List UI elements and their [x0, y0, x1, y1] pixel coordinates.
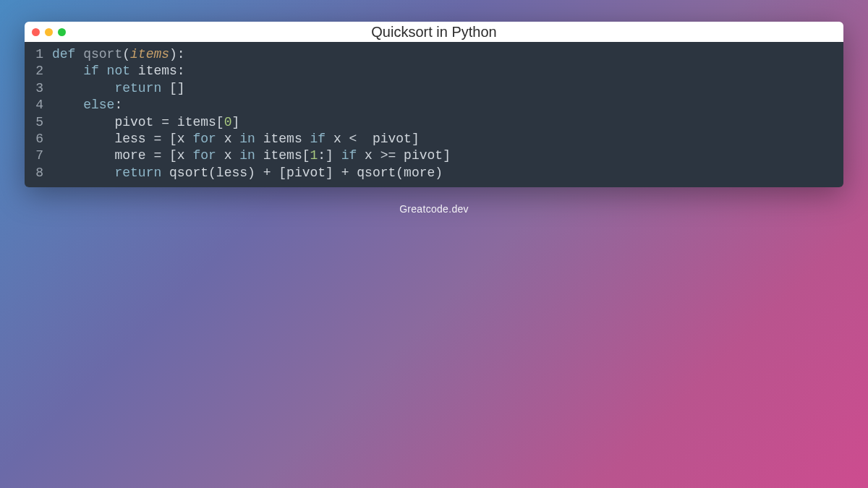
code-token: 1 [310, 148, 318, 163]
code-token: :] [318, 148, 341, 163]
code-token: for [192, 132, 224, 146]
line-number: 7 [25, 147, 52, 164]
code-token: if [310, 132, 333, 146]
code-token: return [114, 81, 169, 95]
line-number: 8 [25, 165, 52, 181]
code-token: 0 [224, 115, 232, 129]
zoom-icon[interactable] [58, 28, 66, 36]
code-token: qsort(less) + [pivot] + qsort(more) [169, 166, 443, 180]
code-token [52, 64, 83, 78]
code-content[interactable]: return [] [52, 80, 843, 97]
code-token: def [52, 47, 83, 61]
code-token: ] [231, 115, 239, 129]
line-number: 2 [25, 63, 52, 80]
line-number: 6 [25, 131, 52, 147]
minimize-icon[interactable] [45, 28, 53, 36]
code-window: Quicksort in Python 1def qsort(items):2 … [25, 22, 843, 187]
watermark-text: Greatcode.dev [399, 203, 469, 215]
code-token: pivot = items[ [52, 115, 224, 129]
code-token: more = [x [52, 148, 192, 163]
code-token: items [263, 132, 310, 146]
code-token: else [83, 98, 114, 112]
code-line[interactable]: 3 return [] [25, 80, 843, 97]
code-token: x < pivot] [333, 132, 420, 146]
code-content[interactable]: def qsort(items): [52, 46, 843, 63]
code-token: if [341, 148, 365, 163]
code-line[interactable]: 8 return qsort(less) + [pivot] + qsort(m… [25, 165, 843, 181]
close-icon[interactable] [32, 28, 40, 36]
code-token: ( [122, 47, 130, 61]
code-token [52, 98, 83, 112]
line-number: 1 [25, 46, 52, 63]
code-line[interactable]: 5 pivot = items[0] [25, 114, 843, 131]
line-number: 5 [25, 114, 52, 131]
code-line[interactable]: 1def qsort(items): [25, 46, 843, 63]
code-content[interactable]: else: [52, 97, 843, 114]
code-token: x [224, 132, 240, 146]
code-token: in [239, 148, 263, 163]
code-token: return [114, 166, 169, 180]
code-token: x >= pivot] [365, 148, 451, 163]
code-token: : [114, 98, 122, 112]
window-title: Quicksort in Python [25, 24, 843, 40]
code-token: for [192, 148, 224, 163]
traffic-lights [32, 28, 66, 36]
code-token [52, 81, 114, 95]
code-line[interactable]: 4 else: [25, 97, 843, 114]
code-editor[interactable]: 1def qsort(items):2 if not items:3 retur… [25, 42, 843, 187]
code-line[interactable]: 7 more = [x for x in items[1:] if x >= p… [25, 147, 843, 164]
code-token: less = [x [52, 132, 192, 146]
code-token: x [224, 148, 240, 163]
code-token: [] [169, 81, 185, 95]
code-line[interactable]: 2 if not items: [25, 63, 843, 80]
code-content[interactable]: return qsort(less) + [pivot] + qsort(mor… [52, 165, 843, 181]
code-content[interactable]: less = [x for x in items if x < pivot] [52, 131, 843, 147]
code-token: items[ [263, 148, 310, 163]
code-content[interactable]: more = [x for x in items[1:] if x >= piv… [52, 147, 843, 164]
code-token: if not [83, 64, 138, 78]
window-titlebar: Quicksort in Python [25, 22, 843, 42]
code-token: items: [138, 64, 185, 78]
code-token: items [130, 47, 169, 61]
code-token: qsort [83, 47, 122, 61]
code-content[interactable]: if not items: [52, 63, 843, 80]
code-token: ): [169, 47, 185, 61]
code-line[interactable]: 6 less = [x for x in items if x < pivot] [25, 131, 843, 147]
line-number: 3 [25, 80, 52, 97]
line-number: 4 [25, 97, 52, 114]
code-token: in [239, 132, 263, 146]
code-content[interactable]: pivot = items[0] [52, 114, 843, 131]
code-token [52, 166, 114, 180]
